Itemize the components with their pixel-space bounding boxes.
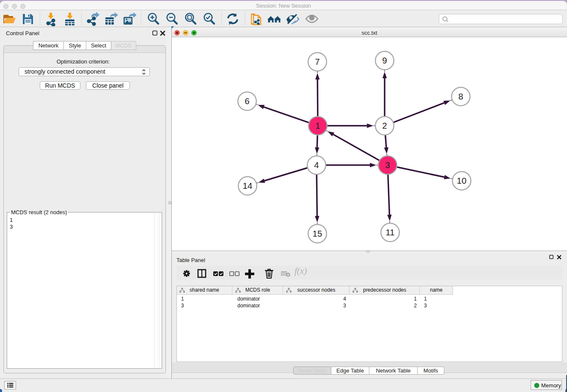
svg-text:3: 3 xyxy=(385,160,390,170)
svg-text:2: 2 xyxy=(382,121,387,130)
svg-text:8: 8 xyxy=(458,91,463,101)
svg-text:10: 10 xyxy=(457,176,467,185)
svg-text:9: 9 xyxy=(382,55,387,65)
svg-text:1: 1 xyxy=(315,121,320,130)
svg-text:4: 4 xyxy=(314,160,319,170)
svg-text:7: 7 xyxy=(315,57,319,66)
svg-text:6: 6 xyxy=(245,96,249,106)
svg-text:14: 14 xyxy=(243,181,253,190)
svg-text:15: 15 xyxy=(313,229,322,238)
svg-text:11: 11 xyxy=(385,227,394,237)
